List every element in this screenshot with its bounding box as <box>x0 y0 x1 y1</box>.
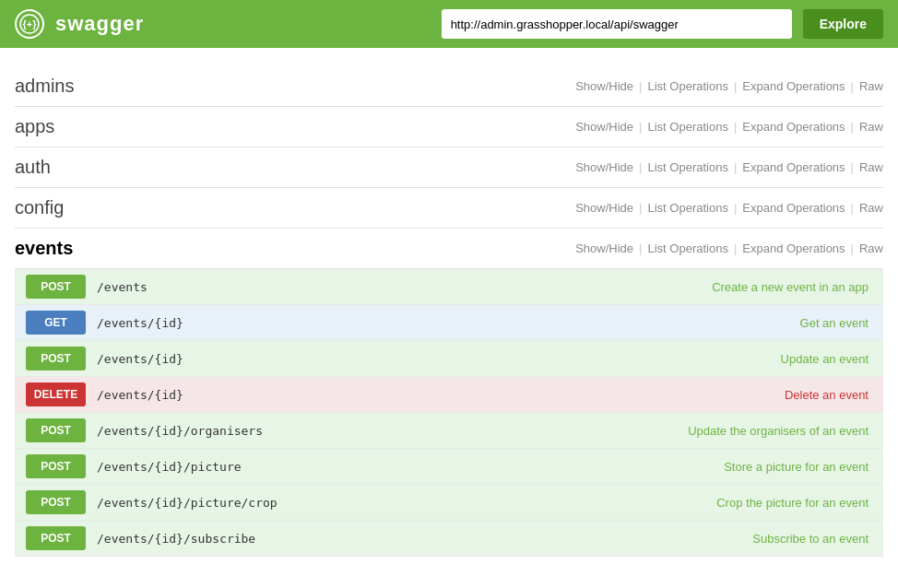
explore-button[interactable]: Explore <box>803 9 883 39</box>
api-url-input[interactable] <box>442 9 792 39</box>
op-row-4[interactable]: POST /events/{id}/organisers Update the … <box>15 413 883 449</box>
op-path-6: /events/{id}/picture/crop <box>97 496 653 510</box>
raw-config[interactable]: Raw <box>859 201 883 215</box>
resource-name-admins: admins <box>15 76 575 97</box>
op-row-0[interactable]: POST /events Create a new event in an ap… <box>15 269 883 305</box>
list-ops-apps[interactable]: List Operations <box>647 120 727 134</box>
method-badge-post-4: POST <box>26 418 86 442</box>
method-badge-post-2: POST <box>26 347 86 370</box>
op-path-0: /events <box>97 280 653 294</box>
svg-text:{+}: {+} <box>23 18 38 29</box>
method-badge-post-0: POST <box>26 275 86 299</box>
raw-apps[interactable]: Raw <box>859 120 883 134</box>
method-badge-post-6: POST <box>26 490 86 514</box>
swagger-logo-text: swagger <box>55 12 144 36</box>
resource-auth: auth Show/Hide | List Operations | Expan… <box>15 147 883 188</box>
resource-events: events Show/Hide | List Operations | Exp… <box>15 229 883 269</box>
op-desc-0: Create a new event in an app <box>653 280 883 294</box>
raw-auth[interactable]: Raw <box>859 160 883 174</box>
method-badge-delete-3: DELETE <box>26 382 86 406</box>
resource-name-apps: apps <box>15 116 575 137</box>
resource-name-events: events <box>15 238 575 259</box>
list-ops-config[interactable]: List Operations <box>647 201 727 215</box>
expand-ops-admins[interactable]: Expand Operations <box>742 79 845 93</box>
resource-actions-config: Show/Hide | List Operations | Expand Ope… <box>575 201 883 215</box>
list-ops-events[interactable]: List Operations <box>647 241 727 255</box>
raw-events[interactable]: Raw <box>859 241 883 255</box>
op-desc-6: Crop the picture for an event <box>653 496 883 510</box>
op-row-6[interactable]: POST /events/{id}/picture/crop Crop the … <box>15 485 883 521</box>
resource-actions-admins: Show/Hide | List Operations | Expand Ope… <box>575 79 883 93</box>
expand-ops-config[interactable]: Expand Operations <box>742 201 845 215</box>
op-path-7: /events/{id}/subscribe <box>97 532 653 546</box>
method-badge-get-1: GET <box>26 311 86 335</box>
resource-name-config: config <box>15 197 575 218</box>
resource-actions-apps: Show/Hide | List Operations | Expand Ope… <box>575 120 883 134</box>
op-desc-1: Get an event <box>653 316 883 330</box>
resource-admins: admins Show/Hide | List Operations | Exp… <box>15 66 883 107</box>
show-hide-config[interactable]: Show/Hide <box>575 201 633 215</box>
resource-apps: apps Show/Hide | List Operations | Expan… <box>15 107 883 147</box>
op-row-2[interactable]: POST /events/{id} Update an event <box>15 341 883 377</box>
swagger-logo-icon: {+} <box>15 9 44 39</box>
list-ops-admins[interactable]: List Operations <box>647 79 727 93</box>
op-path-3: /events/{id} <box>97 388 653 402</box>
main-content: admins Show/Hide | List Operations | Exp… <box>0 48 898 575</box>
resource-config: config Show/Hide | List Operations | Exp… <box>15 188 883 229</box>
op-row-7[interactable]: POST /events/{id}/subscribe Subscribe to… <box>15 521 883 557</box>
operations-list: POST /events Create a new event in an ap… <box>15 269 883 557</box>
resource-actions-events: Show/Hide | List Operations | Expand Ope… <box>575 241 883 255</box>
show-hide-events[interactable]: Show/Hide <box>575 241 633 255</box>
op-desc-2: Update an event <box>653 352 883 366</box>
op-desc-4: Update the organisers of an event <box>653 424 883 438</box>
op-desc-3: Delete an event <box>653 388 883 402</box>
op-row-5[interactable]: POST /events/{id}/picture Store a pictur… <box>15 449 883 485</box>
raw-admins[interactable]: Raw <box>859 79 883 93</box>
op-path-2: /events/{id} <box>97 352 653 366</box>
show-hide-auth[interactable]: Show/Hide <box>575 160 633 174</box>
method-badge-post-7: POST <box>26 526 86 550</box>
app-header: {+} swagger Explore <box>0 0 898 48</box>
op-path-4: /events/{id}/organisers <box>97 424 653 438</box>
op-path-1: /events/{id} <box>97 316 653 330</box>
expand-ops-events[interactable]: Expand Operations <box>742 241 845 255</box>
op-desc-5: Store a picture for an event <box>653 460 883 474</box>
expand-ops-apps[interactable]: Expand Operations <box>742 120 845 134</box>
op-path-5: /events/{id}/picture <box>97 460 653 474</box>
op-desc-7: Subscribe to an event <box>653 532 883 546</box>
show-hide-admins[interactable]: Show/Hide <box>575 79 633 93</box>
method-badge-post-5: POST <box>26 454 86 478</box>
resource-actions-auth: Show/Hide | List Operations | Expand Ope… <box>575 160 883 174</box>
op-row-3[interactable]: DELETE /events/{id} Delete an event <box>15 377 883 413</box>
expand-ops-auth[interactable]: Expand Operations <box>742 160 845 174</box>
resource-name-auth: auth <box>15 157 575 178</box>
show-hide-apps[interactable]: Show/Hide <box>575 120 633 134</box>
list-ops-auth[interactable]: List Operations <box>647 160 727 174</box>
op-row-1[interactable]: GET /events/{id} Get an event <box>15 305 883 341</box>
